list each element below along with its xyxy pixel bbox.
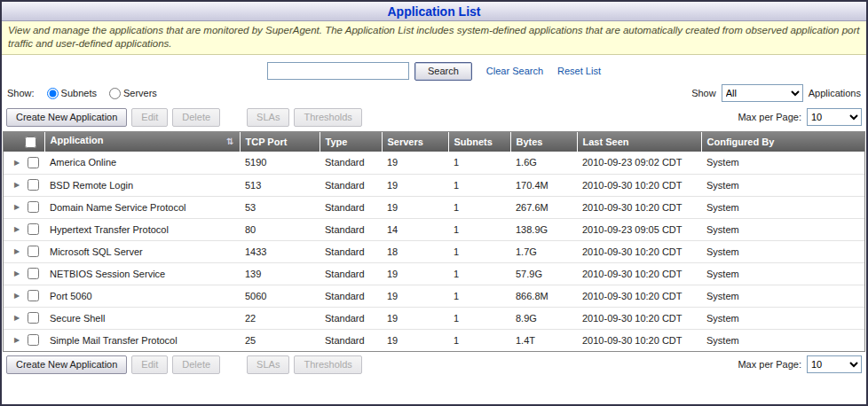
clear-search-link[interactable]: Clear Search bbox=[486, 66, 543, 76]
header-type[interactable]: Type bbox=[320, 132, 382, 152]
reset-list-link[interactable]: Reset List bbox=[557, 66, 601, 76]
search-button[interactable]: Search bbox=[414, 62, 472, 81]
sort-icon[interactable]: ⇅ bbox=[226, 135, 233, 149]
filter-label: Show bbox=[691, 88, 716, 98]
page-title: Application List bbox=[2, 2, 866, 21]
servers-radio-label: Servers bbox=[123, 88, 157, 98]
cell-application: BSD Remote Login bbox=[44, 174, 240, 196]
cell-application: America Online bbox=[44, 152, 240, 174]
subnets-radio-label: Subnets bbox=[61, 88, 97, 98]
cell-servers: 14 bbox=[382, 218, 448, 240]
row-select-cell: ▶ bbox=[4, 174, 44, 196]
header-last-seen[interactable]: Last Seen bbox=[577, 132, 701, 152]
show-filter-select[interactable]: All bbox=[722, 84, 803, 102]
row-checkbox[interactable] bbox=[28, 246, 39, 257]
delete-button[interactable]: Delete bbox=[172, 355, 220, 374]
table-row[interactable]: ▶ Simple Mail Transfer Protocol 25 Stand… bbox=[4, 329, 864, 351]
cell-servers: 19 bbox=[382, 285, 448, 307]
search-input[interactable] bbox=[267, 62, 409, 80]
show-row: Show: Subnets Servers Show All Applicati… bbox=[2, 83, 866, 105]
expand-arrow-icon[interactable]: ▶ bbox=[14, 225, 22, 233]
row-select-cell: ▶ bbox=[4, 152, 44, 174]
edit-button[interactable]: Edit bbox=[131, 355, 168, 374]
expand-arrow-icon[interactable]: ▶ bbox=[14, 314, 22, 322]
subnets-radio-option[interactable]: Subnets bbox=[47, 88, 97, 99]
filter-suffix-label: Applications bbox=[809, 88, 861, 98]
create-new-application-button[interactable]: Create New Application bbox=[6, 355, 127, 374]
thresholds-button[interactable]: Thresholds bbox=[294, 108, 361, 127]
cell-last-seen: 2010-09-30 10:20 CDT bbox=[577, 329, 701, 351]
max-per-page-select[interactable]: 10 bbox=[807, 355, 862, 373]
edit-button[interactable]: Edit bbox=[131, 108, 168, 127]
cell-last-seen: 2010-09-30 10:20 CDT bbox=[577, 196, 701, 218]
row-checkbox[interactable] bbox=[28, 179, 39, 191]
thresholds-button[interactable]: Thresholds bbox=[294, 355, 361, 374]
table-row[interactable]: ▶ BSD Remote Login 513 Standard 19 1 170… bbox=[4, 174, 864, 196]
row-checkbox[interactable] bbox=[28, 157, 39, 168]
cell-configured-by: System bbox=[701, 152, 864, 174]
table-row[interactable]: ▶ NETBIOS Session Service 139 Standard 1… bbox=[4, 262, 864, 285]
header-servers[interactable]: Servers bbox=[382, 132, 448, 152]
cell-type: Standard bbox=[320, 152, 382, 174]
expand-arrow-icon[interactable]: ▶ bbox=[14, 292, 22, 300]
cell-configured-by: System bbox=[701, 196, 864, 218]
row-checkbox[interactable] bbox=[28, 223, 39, 235]
table-row[interactable]: ▶ America Online 5190 Standard 19 1 1.6G… bbox=[4, 152, 864, 174]
cell-last-seen: 2010-09-30 10:20 CDT bbox=[577, 240, 701, 262]
header-configured-by[interactable]: Configured By bbox=[701, 132, 864, 152]
cell-type: Standard bbox=[320, 240, 382, 262]
row-checkbox[interactable] bbox=[28, 312, 39, 324]
cell-last-seen: 2010-09-30 10:20 CDT bbox=[577, 285, 701, 307]
cell-application: Hypertext Transfer Protocol bbox=[44, 218, 240, 240]
table-row[interactable]: ▶ Secure Shell 22 Standard 19 1 8.9G 201… bbox=[4, 307, 864, 329]
table-row[interactable]: ▶ Microsoft SQL Server 1433 Standard 18 … bbox=[4, 240, 864, 262]
cell-type: Standard bbox=[320, 285, 382, 307]
cell-application: Simple Mail Transfer Protocol bbox=[44, 329, 240, 351]
cell-tcp-port: 139 bbox=[240, 262, 320, 285]
servers-radio-option[interactable]: Servers bbox=[109, 88, 157, 99]
cell-application: Microsoft SQL Server bbox=[44, 240, 240, 262]
cell-type: Standard bbox=[320, 262, 382, 285]
expand-arrow-icon[interactable]: ▶ bbox=[14, 159, 22, 167]
expand-arrow-icon[interactable]: ▶ bbox=[14, 181, 22, 189]
expand-arrow-icon[interactable]: ▶ bbox=[14, 247, 22, 255]
cell-subnets: 1 bbox=[448, 218, 510, 240]
max-per-page-select[interactable]: 10 bbox=[807, 108, 862, 126]
cell-servers: 18 bbox=[382, 240, 448, 262]
table-row[interactable]: ▶ Hypertext Transfer Protocol 80 Standar… bbox=[4, 218, 864, 240]
header-tcp-port[interactable]: TCP Port bbox=[240, 132, 320, 152]
expand-arrow-icon[interactable]: ▶ bbox=[14, 203, 22, 211]
row-checkbox[interactable] bbox=[28, 290, 39, 301]
row-select-cell: ▶ bbox=[4, 240, 44, 262]
table-row[interactable]: ▶ Domain Name Service Protocol 53 Standa… bbox=[4, 196, 864, 218]
select-all-checkbox[interactable] bbox=[25, 137, 36, 148]
subnets-radio[interactable] bbox=[47, 88, 59, 99]
slas-button[interactable]: SLAs bbox=[247, 355, 289, 374]
cell-last-seen: 2010-09-30 10:20 CDT bbox=[577, 262, 701, 285]
cell-tcp-port: 1433 bbox=[240, 240, 320, 262]
header-subnets[interactable]: Subnets bbox=[448, 132, 510, 152]
row-checkbox[interactable] bbox=[28, 334, 39, 346]
header-application[interactable]: Application ⇅ bbox=[44, 132, 240, 152]
servers-radio[interactable] bbox=[109, 88, 121, 99]
search-row: Search Clear Search Reset List bbox=[2, 55, 866, 83]
row-checkbox[interactable] bbox=[28, 268, 39, 279]
cell-subnets: 1 bbox=[448, 152, 510, 174]
cell-configured-by: System bbox=[701, 174, 864, 196]
top-toolbar: Create New Application Edit Delete SLAs … bbox=[2, 105, 866, 131]
expand-arrow-icon[interactable]: ▶ bbox=[14, 336, 22, 344]
cell-subnets: 1 bbox=[448, 174, 510, 196]
row-checkbox[interactable] bbox=[28, 201, 39, 213]
create-new-application-button[interactable]: Create New Application bbox=[6, 108, 127, 127]
cell-subnets: 1 bbox=[448, 307, 510, 329]
cell-subnets: 1 bbox=[448, 329, 510, 351]
cell-bytes: 1.4T bbox=[510, 329, 577, 351]
slas-button[interactable]: SLAs bbox=[247, 108, 289, 127]
cell-bytes: 8.9G bbox=[510, 307, 577, 329]
table-row[interactable]: ▶ Port 5060 5060 Standard 19 1 866.8M 20… bbox=[4, 285, 864, 307]
cell-tcp-port: 80 bbox=[240, 218, 320, 240]
expand-arrow-icon[interactable]: ▶ bbox=[14, 269, 22, 277]
delete-button[interactable]: Delete bbox=[172, 108, 220, 127]
header-bytes[interactable]: Bytes bbox=[510, 132, 577, 152]
cell-type: Standard bbox=[320, 307, 382, 329]
